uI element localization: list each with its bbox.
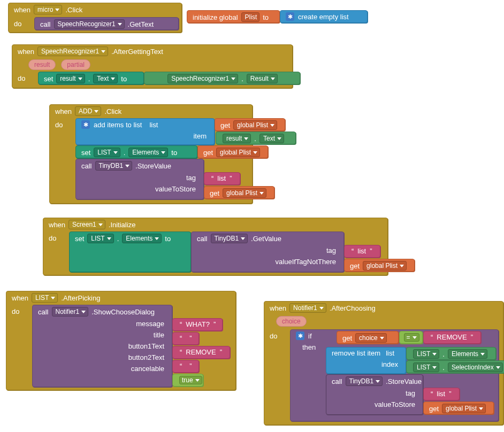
component-dropdown[interactable]: LIST [94, 148, 120, 157]
bool-dropdown[interactable]: true [179, 376, 202, 384]
component-dropdown[interactable]: SpeechRecognizer1 [37, 47, 108, 56]
property-dropdown[interactable]: Text [259, 134, 284, 143]
property-dropdown[interactable]: SelectionIndex [448, 362, 503, 372]
call-storevalue-2[interactable]: call TinyDB1 .StoreValue tag valueToStor… [326, 374, 423, 415]
when-kw: when [270, 304, 286, 312]
get-global-plist-3[interactable]: get global Plist [204, 186, 274, 199]
event-micro-click[interactable]: when micro .Click do call SpeechRecogniz… [8, 3, 182, 33]
get-global-plist[interactable]: get global Plist [344, 259, 415, 272]
text-list[interactable]: “list” [204, 172, 240, 185]
component-dropdown[interactable]: micro [34, 5, 62, 14]
btn2-kw: button2Text [128, 353, 167, 361]
component-dropdown[interactable]: LIST [32, 293, 58, 303]
component-dropdown[interactable]: TinyDB1 [346, 376, 383, 386]
gear-icon[interactable]: ✱ [296, 331, 304, 340]
result-text[interactable]: result.Text [216, 132, 296, 144]
equals-inner[interactable]: = [399, 331, 423, 344]
create-empty-list[interactable]: ✱ create empty list [280, 10, 368, 23]
do-kw: do [12, 307, 19, 315]
text-remove[interactable]: “REMOVE” [172, 346, 230, 359]
cancelable-kw: cancelable [131, 365, 167, 373]
text-list[interactable]: “list” [344, 245, 380, 258]
init-global-var[interactable]: initialize global Plist to [187, 10, 280, 23]
call-showchoosedialog[interactable]: call Notifier1 .ShowChooseDialog message… [32, 305, 172, 387]
component-dropdown[interactable]: TinyDB1 [211, 234, 248, 243]
get-global-plist[interactable]: get global Plist [215, 118, 285, 131]
text-title[interactable]: “” [172, 332, 199, 345]
component-dropdown[interactable]: LIST [413, 349, 439, 359]
text-remove[interactable]: “REMOVE” [423, 331, 481, 344]
text-btn2[interactable]: “” [172, 360, 199, 373]
event-screen-init[interactable]: when Screen1 .Initialize do set LIST. El… [43, 218, 388, 275]
if-kw: if [308, 332, 322, 340]
var-dropdown[interactable]: global Plist [216, 148, 260, 157]
get-kw: get [350, 262, 360, 270]
call-kw: call [197, 235, 208, 243]
text-list[interactable]: “list” [423, 388, 460, 400]
component-dropdown[interactable]: Notifier1 [52, 307, 89, 317]
event-add-click[interactable]: when ADD .Click do ✱ add items to list l… [49, 104, 253, 204]
call-getText[interactable]: call SpeechRecognizer1 .GetText [34, 17, 179, 30]
then-kw: then [302, 343, 318, 351]
var-dropdown[interactable]: global Plist [223, 188, 266, 198]
add-items-to-list[interactable]: ✱ add items to list list item [75, 118, 215, 145]
event-notifier-afterchoosing[interactable]: when Notifier1 .AfterChoosing choice do … [264, 301, 503, 425]
var-dropdown[interactable]: global Plist [442, 404, 486, 413]
get-global-plist[interactable]: get global Plist [423, 402, 494, 414]
property-dropdown[interactable]: Elements [122, 234, 162, 243]
component-dropdown[interactable]: Screen1 [68, 220, 105, 229]
var-dropdown[interactable]: global Plist [363, 261, 407, 271]
param-result[interactable]: result [28, 59, 56, 70]
param-partial[interactable]: partial [61, 59, 90, 70]
var-dropdown[interactable]: global Plist [233, 120, 277, 130]
get-global-plist-2[interactable]: get global Plist [197, 145, 268, 158]
text-what[interactable]: “WHAT?” [172, 318, 223, 331]
var-dropdown[interactable]: choice [355, 333, 387, 343]
component-dropdown[interactable]: LIST [413, 362, 439, 372]
get-choice[interactable]: get choice [337, 331, 399, 344]
to-kw: to [171, 149, 177, 157]
event-aftergettingtext[interactable]: when SpeechRecognizer1 .AfterGettingText… [12, 44, 293, 88]
component-dropdown[interactable]: SpeechRecognizer1 [54, 19, 125, 29]
list-selectionindex[interactable]: LIST.SelectionIndex [406, 360, 504, 373]
var-name[interactable]: Plist [241, 12, 260, 22]
gear-icon[interactable]: ✱ [81, 120, 90, 129]
get-kw: get [203, 149, 213, 157]
method-name: .StoreValue [386, 377, 422, 385]
op-dropdown[interactable]: = [404, 333, 419, 342]
event-list-afterpicking[interactable]: when LIST .AfterPicking do call Notifier… [6, 291, 236, 390]
component-dropdown[interactable]: result [223, 134, 251, 143]
component-dropdown[interactable]: SpeechRecognizer1 [167, 74, 238, 83]
component-dropdown[interactable]: result [56, 74, 85, 83]
call-kw: call [40, 20, 51, 28]
get-kw: get [429, 405, 439, 413]
call-getvalue[interactable]: call TinyDB1 .GetValue tag valueIfTagNot… [191, 232, 344, 272]
property-dropdown[interactable]: Result [247, 74, 278, 83]
gear-icon[interactable]: ✱ [286, 12, 294, 21]
component-dropdown[interactable]: ADD [75, 106, 101, 116]
set-result-text[interactable]: set result . Text to [38, 72, 144, 84]
add-items-kw: add items to list [94, 121, 142, 129]
set-list-elements[interactable]: set LIST. Elements to [75, 145, 197, 158]
tag-kw: tag [186, 174, 199, 182]
param-choice[interactable]: choice [276, 316, 307, 327]
set-list-elements[interactable]: set LIST. Elements to [69, 232, 191, 272]
list-elements[interactable]: LIST.Elements [406, 347, 496, 360]
property-dropdown[interactable]: Elements [128, 148, 168, 157]
tag-kw: tag [406, 389, 418, 397]
bool-true[interactable]: true [172, 374, 203, 387]
get-result[interactable]: SpeechRecognizer1 . Result [144, 72, 300, 84]
component-dropdown[interactable]: LIST [87, 234, 113, 243]
property-dropdown[interactable]: Text [93, 74, 118, 83]
index-kw: index [381, 360, 401, 368]
method-name: .StoreValue [135, 162, 171, 170]
call-kw: call [332, 377, 342, 385]
component-dropdown[interactable]: Notifier1 [289, 303, 326, 313]
call-storevalue[interactable]: call TinyDB1 .StoreValue tag valueToStor… [75, 159, 204, 199]
remove-list-item[interactable]: remove list itemlist index [326, 347, 406, 374]
when-kw: when [49, 221, 65, 229]
tag-kw: tag [326, 246, 339, 254]
set-kw: set [75, 235, 84, 243]
property-dropdown[interactable]: Elements [448, 349, 487, 359]
component-dropdown[interactable]: TinyDB1 [95, 161, 133, 171]
